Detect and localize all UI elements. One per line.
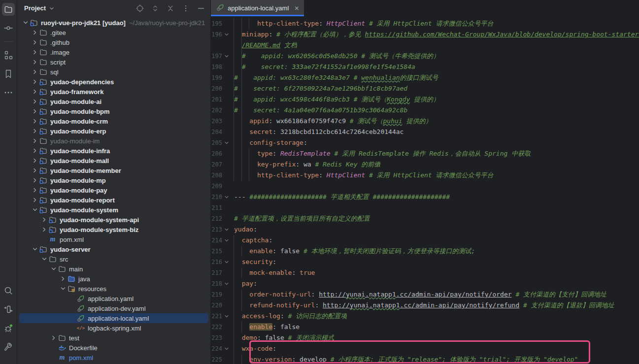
chevron-down-icon[interactable] — [40, 255, 48, 263]
chevron-right-icon[interactable] — [40, 226, 48, 233]
tree-item-application.yaml[interactable]: application.yaml — [17, 294, 210, 303]
tree-item-yudao-module-pay[interactable]: yudao-module-pay — [17, 185, 210, 195]
tree-item-sql[interactable]: sql — [17, 67, 210, 77]
tree-item-yudao-framework[interactable]: yudao-framework — [17, 87, 210, 97]
hide-panel-icon[interactable] — [197, 4, 205, 13]
select-opened-file-icon[interactable] — [135, 4, 144, 13]
code-line-221[interactable]: 221 access-log: # 访问日志的配置项 — [211, 311, 639, 322]
services-icon[interactable] — [2, 303, 15, 316]
code-line-196[interactable]: 196 miniapp: # 小程序配置（必填），参见 https://gith… — [211, 29, 639, 40]
tree-item-logback-spring.xml[interactable]: </>logback-spring.xml — [17, 323, 210, 333]
chevron-right-icon[interactable] — [31, 98, 39, 105]
code-line-204[interactable]: 204 secret: 3218bcbd112cbc614c7264ceb201… — [211, 127, 639, 137]
chevron-right-icon[interactable] — [50, 334, 58, 342]
tree-item-yudao-server[interactable]: yudao-server — [17, 244, 210, 254]
code-line-211[interactable]: 211 — [211, 202, 639, 213]
tree-item-script[interactable]: script — [17, 57, 210, 67]
fold-chevron-icon[interactable] — [222, 29, 231, 40]
chevron-right-icon[interactable] — [31, 176, 39, 184]
tree-item-yudao-module-erp[interactable]: yudao-module-erp — [17, 126, 210, 136]
fold-chevron-icon[interactable] — [222, 137, 231, 148]
tab-application-local-yaml[interactable]: application-local.yaml ✕ — [211, 0, 304, 16]
tree-item-yudao-module-report[interactable]: yudao-module-report — [17, 195, 210, 205]
tree-item-yudao-module-bpm[interactable]: yudao-module-bpm — [17, 106, 210, 116]
code-line-220[interactable]: 220 refund-notify-url: http://yunai.nata… — [211, 300, 639, 311]
code-line-217[interactable]: 217 mock-enable: true — [211, 267, 639, 278]
tree-item-yudao-module-member[interactable]: yudao-module-member — [17, 165, 210, 175]
tree-item-yudao-module-system[interactable]: yudao-module-system — [17, 205, 210, 215]
tree-item-.gitee[interactable]: .gitee — [17, 28, 210, 37]
tree-item-src[interactable]: src — [17, 254, 210, 264]
tree-item-yudao-module-mp[interactable]: yudao-module-mp — [17, 175, 210, 185]
chevron-right-icon[interactable] — [31, 117, 39, 125]
tree-item-pom.xml[interactable]: mpom.xml — [17, 234, 210, 244]
code-line-214[interactable]: 214 captcha: — [211, 235, 639, 246]
code-line-208[interactable]: 208 http-client-type: HttpClient # 采用 Ht… — [211, 170, 639, 181]
project-folder-icon[interactable] — [2, 3, 15, 16]
tree-item-yudao-module-mall[interactable]: yudao-module-mall — [17, 156, 210, 165]
bookmarks-icon[interactable] — [2, 67, 15, 80]
code-line-210[interactable]: 210--- #################### 芋道相关配置 #####… — [211, 192, 639, 202]
code-line-201[interactable]: 201# appid: wxc4598c446f8a9cb3 # 测试号（Kon… — [211, 94, 639, 105]
tree-item-.github[interactable]: .github — [17, 37, 210, 47]
tree-item-yudao-module-system-api[interactable]: yudao-module-system-api — [17, 215, 210, 225]
chevron-right-icon[interactable] — [31, 166, 39, 174]
chevron-down-icon[interactable] — [59, 285, 67, 293]
code-line-213[interactable]: 213yudao: — [211, 224, 639, 235]
fold-chevron-icon[interactable] — [222, 51, 231, 62]
tree-item-test[interactable]: test — [17, 333, 210, 343]
chevron-down-icon[interactable] — [48, 5, 55, 12]
commit-icon[interactable] — [2, 22, 15, 34]
code-line-207[interactable]: 207 key-prefix: wa # Redis Key 的前缀 — [211, 159, 639, 170]
chevron-right-icon[interactable] — [40, 216, 48, 224]
chevron-right-icon[interactable] — [31, 147, 39, 155]
chevron-right-icon[interactable] — [31, 107, 39, 115]
code-line-202[interactable]: 202# secret: 4a1a04e07f6a4a0751b39c3064a… — [211, 105, 639, 116]
code-line-212[interactable]: 212# 芋道配置项，设置当前项目所有自定义的配置 — [211, 213, 639, 224]
chevron-right-icon[interactable] — [31, 29, 39, 36]
chevron-right-icon[interactable] — [31, 68, 39, 76]
code-line-wrap[interactable]: /README.md 文档 — [211, 40, 639, 51]
panel-title[interactable]: Project — [24, 4, 46, 12]
chevron-right-icon[interactable] — [31, 48, 39, 56]
tree-item-application-dev.yaml[interactable]: application-dev.yaml — [17, 303, 210, 313]
code-line-225[interactable]: 225 env-version: develop # 小程序版本: 正式版为 "… — [211, 354, 639, 364]
tree-item-yudao-module-im[interactable]: yudao-module-im — [17, 136, 210, 146]
code-line-205[interactable]: 205 config-storage: — [211, 137, 639, 148]
code-line-216[interactable]: 216 security: — [211, 257, 639, 267]
tree-item-resources[interactable]: resources — [17, 284, 210, 294]
chevron-right-icon[interactable] — [31, 78, 39, 86]
chevron-right-icon[interactable] — [31, 88, 39, 96]
chevron-down-icon[interactable] — [31, 245, 39, 253]
tree-item-pom.xml[interactable]: mpom.xml — [17, 353, 210, 363]
code-line-209[interactable]: 209 — [211, 181, 639, 192]
tree-item-yudao-module-infra[interactable]: yudao-module-infra — [17, 146, 210, 156]
chevron-right-icon[interactable] — [31, 157, 39, 165]
chevron-down-icon[interactable] — [22, 19, 30, 27]
chevron-right-icon[interactable] — [31, 127, 39, 135]
chevron-down-icon[interactable] — [50, 265, 58, 273]
code-line-200[interactable]: 200# secret: 6f270509224a7ae1296bbf1c8cb… — [211, 83, 639, 94]
tree-item-.image[interactable]: .image — [17, 47, 210, 57]
tree-item-application-local.yaml[interactable]: application-local.yaml — [19, 313, 208, 323]
tree-item-yudao-module-ai[interactable]: yudao-module-ai — [17, 97, 210, 106]
chevron-right-icon[interactable] — [31, 137, 39, 145]
code-line-206[interactable]: 206 type: RedisTemplate # 采用 RedisTempla… — [211, 148, 639, 159]
tree-item-yudao-dependencies[interactable]: yudao-dependencies — [17, 77, 210, 87]
tree-item-ruoyi-vue-pro-jdk21-yudao-[interactable]: ruoyi-vue-pro-jdk21 [yudao]~/Java/ruoyi-… — [17, 18, 210, 28]
code-line-195[interactable]: 195 http-client-type: HttpClient # 采用 Ht… — [211, 18, 639, 29]
chevron-down-icon[interactable] — [31, 206, 39, 214]
close-icon[interactable]: ✕ — [292, 5, 299, 12]
problems-icon[interactable] — [2, 322, 15, 334]
code-line-198[interactable]: 198 # secret: 333ae72f41552af1e998fe1f54… — [211, 62, 639, 72]
expand-all-icon[interactable] — [151, 4, 160, 13]
tree-item-main[interactable]: main — [17, 264, 210, 274]
search-icon[interactable] — [2, 284, 15, 297]
build-icon[interactable] — [2, 340, 15, 353]
tree-item-java[interactable]: java — [17, 274, 210, 284]
chevron-right-icon[interactable] — [59, 275, 67, 283]
more-tools-icon[interactable] — [2, 86, 15, 99]
fold-chevron-icon[interactable] — [222, 257, 231, 267]
tree-item-dockerfile[interactable]: Dockerfile — [17, 343, 210, 353]
chevron-right-icon[interactable] — [31, 58, 39, 66]
